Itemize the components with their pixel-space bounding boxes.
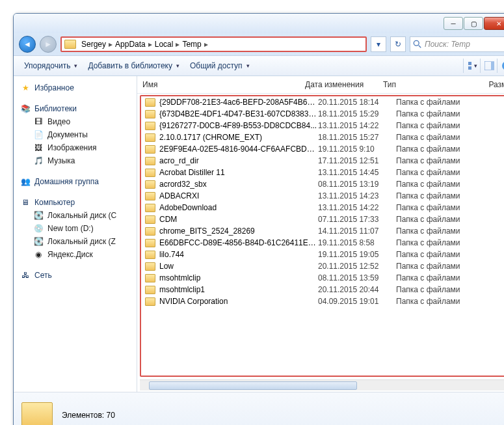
table-row[interactable]: {91267277-D0CB-4F89-B553-DD8CDCB84...13.… [141, 120, 504, 131]
nav-video[interactable]: 🎞Видео [16, 115, 134, 128]
file-date: 14.11.2015 11:07 [318, 226, 396, 236]
table-row[interactable]: {29DDF708-21E3-4ac6-BEFD-208A5F4B6B...20… [141, 96, 504, 108]
table-row[interactable]: Low20.11.2015 12:52Папка с файлами [141, 260, 504, 272]
nav-pictures[interactable]: 🖼Изображения [16, 141, 134, 154]
col-name[interactable]: Имя [142, 80, 305, 89]
help-icon: ? [501, 61, 504, 71]
table-row[interactable]: 2.10.0.1717 (CHROME_EXT)18.11.2015 15:27… [141, 131, 504, 143]
folder-icon [145, 215, 155, 224]
nav-favorites[interactable]: ★Избранное [16, 81, 134, 94]
address-bar: ◄ ► Sergey▸ AppData▸ Local▸ Temp▸ ▾ ↻ По… [14, 33, 504, 55]
back-button[interactable]: ◄ [19, 36, 36, 53]
folder-icon [145, 204, 155, 212]
toolbar: Упорядочить Добавить в библиотеку Общий … [14, 55, 504, 76]
table-row[interactable]: msohtmlclip120.11.2015 20:44Папка с файл… [141, 284, 504, 295]
organize-menu[interactable]: Упорядочить [19, 61, 83, 70]
folder-icon [145, 169, 155, 177]
content-pane: Имя Дата изменения Тип Разме {29DDF708-2… [137, 76, 504, 392]
breadcrumb-seg[interactable]: AppData [113, 40, 148, 49]
table-row[interactable]: NVIDIA Corporation04.09.2015 19:01Папка … [141, 295, 504, 307]
table-row[interactable]: msohtmlclip08.11.2015 13:59Папка с файла… [141, 272, 504, 284]
file-name: ADBACRXI [159, 191, 318, 200]
history-dropdown[interactable]: ▾ [371, 36, 386, 52]
view-mode-button[interactable] [463, 59, 477, 73]
table-row[interactable]: Acrobat Distiller 1113.11.2015 14:45Папк… [141, 167, 504, 178]
nav-libraries[interactable]: 📚Библиотеки [16, 102, 134, 115]
table-row[interactable]: lilo.74419.11.2015 19:05Папка с файлами [141, 249, 504, 260]
breadcrumb-seg[interactable]: Sergey [79, 40, 109, 49]
nav-drive-d[interactable]: 💿New tom (D:) [16, 222, 134, 235]
table-row[interactable]: AdobeDownload13.11.2015 14:22Папка с фай… [141, 202, 504, 213]
file-type: Папка с файлами [396, 109, 481, 118]
table-row[interactable]: ADBACRXI13.11.2015 14:23Папка с файлами [141, 190, 504, 202]
table-row[interactable]: {673D4B2E-4DF1-4D47-BE31-607CD83833...18… [141, 108, 504, 120]
nav-music[interactable]: 🎵Музыка [16, 154, 134, 167]
titlebar: ─ ▢ ✕ [14, 14, 504, 33]
table-row[interactable]: chrome_BITS_2524_2826914.11.2015 11:07Па… [141, 225, 504, 237]
file-date: 04.09.2015 19:01 [318, 297, 396, 306]
col-date[interactable]: Дата изменения [305, 80, 383, 89]
breadcrumb-seg[interactable]: Temp [179, 40, 204, 49]
close-button[interactable]: ✕ [484, 17, 504, 30]
drive-icon: 💿 [33, 223, 44, 234]
nav-pane: ★Избранное 📚Библиотеки 🎞Видео 📄Документы… [14, 76, 137, 392]
minimize-button[interactable]: ─ [444, 17, 463, 30]
folder-icon [145, 98, 155, 107]
col-size[interactable]: Разме [468, 80, 504, 89]
breadcrumb[interactable]: Sergey▸ AppData▸ Local▸ Temp▸ [60, 36, 367, 52]
file-type: Папка с файлами [396, 133, 481, 142]
file-date: 08.11.2015 13:59 [318, 273, 396, 282]
add-to-library-menu[interactable]: Добавить в библиотеку [83, 61, 185, 70]
svg-rect-4 [468, 66, 471, 70]
col-type[interactable]: Тип [383, 80, 468, 89]
search-icon [413, 40, 422, 49]
help-button[interactable]: ? [497, 59, 504, 73]
horizontal-scrollbar[interactable] [140, 379, 504, 391]
file-type: Папка с файлами [396, 156, 481, 165]
preview-pane-button[interactable] [480, 59, 494, 73]
nav-homegroup[interactable]: 👥Домашняя группа [16, 175, 134, 188]
homegroup-icon: 👥 [20, 176, 31, 187]
table-row[interactable]: 2E9F9E4A-02E5-4816-9044-CF6AAFCBDF8B19.1… [141, 143, 504, 155]
folder-icon [145, 180, 155, 189]
folder-icon [145, 251, 155, 259]
nav-yandex-disk[interactable]: ◉Яндекс.Диск [16, 248, 134, 261]
folder-icon [145, 192, 155, 200]
view-icon [468, 61, 472, 70]
maximize-button[interactable]: ▢ [464, 17, 483, 30]
file-name: msohtmlclip1 [159, 285, 318, 294]
item-count: Элементов: 70 [62, 411, 115, 420]
nav-drive-z[interactable]: 💽Локальный диск (Z [16, 235, 134, 248]
folder-icon [145, 133, 155, 142]
forward-button[interactable]: ► [40, 36, 57, 53]
file-type: Папка с файлами [396, 238, 481, 247]
table-row[interactable]: CDM07.11.2015 17:33Папка с файлами [141, 213, 504, 225]
table-row[interactable]: E66DBFCC-D89E-4856-B84D-61C26411E03E19.1… [141, 237, 504, 249]
folder-icon [145, 122, 155, 130]
nav-drive-c[interactable]: 💽Локальный диск (C [16, 209, 134, 222]
nav-documents[interactable]: 📄Документы [16, 128, 134, 141]
nav-computer[interactable]: 🖥Компьютер [16, 196, 134, 209]
file-date: 13.11.2015 14:23 [318, 191, 396, 200]
file-type: Папка с файлами [396, 203, 481, 212]
file-type: Папка с файлами [396, 285, 481, 294]
table-row[interactable]: acro_rd_dir17.11.2015 12:51Папка с файла… [141, 155, 504, 167]
folder-icon [145, 262, 155, 271]
file-date: 20.11.2015 12:52 [318, 262, 396, 271]
breadcrumb-seg[interactable]: Local [152, 40, 176, 49]
file-name: {29DDF708-21E3-4ac6-BEFD-208A5F4B6B... [159, 98, 318, 107]
file-type: Папка с файлами [396, 215, 481, 224]
file-name: 2.10.0.1717 (CHROME_EXT) [159, 133, 318, 142]
folder-icon [64, 40, 76, 49]
table-row[interactable]: acrord32_sbx08.11.2015 13:19Папка с файл… [141, 178, 504, 190]
scroll-thumb[interactable] [149, 381, 357, 390]
column-headers: Имя Дата изменения Тип Разме [137, 76, 504, 94]
search-input[interactable]: Поиск: Temp [410, 36, 504, 52]
folder-icon [145, 157, 155, 165]
file-date: 13.11.2015 14:22 [318, 203, 396, 212]
nav-network[interactable]: 🖧Сеть [16, 269, 134, 282]
status-bar: Элементов: 70 [14, 392, 504, 425]
refresh-button[interactable]: ↻ [390, 36, 406, 52]
file-date: 13.11.2015 14:22 [318, 121, 396, 130]
share-menu[interactable]: Общий доступ [185, 61, 255, 70]
